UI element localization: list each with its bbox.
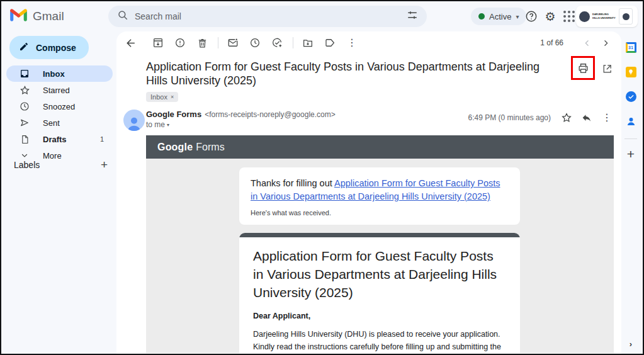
top-bar: Gmail Active ▾ xyxy=(1,1,643,31)
drafts-count-badge: 1 xyxy=(100,135,104,143)
sidebar-item-starred[interactable]: Starred xyxy=(6,82,113,98)
sender-email: <forms-receipts-noreply@google.com> xyxy=(205,110,336,119)
star-icon xyxy=(19,85,30,96)
help-button[interactable] xyxy=(524,9,539,24)
hide-side-panel-chevron[interactable]: › xyxy=(630,339,632,349)
thanks-prefix: Thanks for filling out xyxy=(251,178,334,188)
message-more-button[interactable]: ⋮ xyxy=(599,110,615,126)
inbox-label-chip[interactable]: Inbox × xyxy=(146,92,178,102)
chat-status-selector[interactable]: Active ▾ xyxy=(471,8,526,25)
label-button[interactable] xyxy=(322,35,338,51)
add-to-tasks-button[interactable] xyxy=(269,35,285,51)
google-forms-logo: Google xyxy=(157,142,193,153)
annotation-highlight-box xyxy=(571,56,595,80)
recipient-details-toggle[interactable]: to me ▾ xyxy=(146,120,468,129)
sidebar-item-label: Sent xyxy=(43,118,60,128)
sidebar-item-snoozed[interactable]: Snoozed xyxy=(6,98,113,115)
snooze-button[interactable] xyxy=(247,35,263,51)
search-icon[interactable] xyxy=(117,9,128,23)
settings-gear-icon[interactable]: ⚙ xyxy=(543,9,558,24)
active-status-dot xyxy=(478,13,485,20)
pagination-counter: 1 of 66 xyxy=(540,38,563,47)
sidebar-item-label: Drafts xyxy=(43,135,67,144)
chevron-down-icon: ▾ xyxy=(516,13,519,20)
move-to-button[interactable] xyxy=(300,35,316,51)
google-forms-header: Google Forms xyxy=(146,135,614,159)
older-email-chevron[interactable] xyxy=(599,36,613,50)
tasks-icon[interactable] xyxy=(621,87,640,106)
report-spam-button[interactable] xyxy=(172,35,188,51)
gmail-m-icon xyxy=(10,9,27,24)
subject-row: Application Form for Guest Faculty Posts… xyxy=(116,54,621,87)
mark-unread-button[interactable] xyxy=(225,35,241,51)
received-note: Here's what was received. xyxy=(251,209,509,217)
label-chip-row: Inbox × xyxy=(116,87,621,102)
compose-label: Compose xyxy=(36,43,76,53)
print-button[interactable] xyxy=(575,60,591,76)
form-title: Application Form for Guest Faculty Posts… xyxy=(253,247,506,302)
app-title: Gmail xyxy=(33,9,64,23)
email-subject: Application Form for Guest Faculty Posts… xyxy=(146,60,571,87)
search-input[interactable] xyxy=(135,11,400,21)
sidebar-item-label: Inbox xyxy=(43,69,65,79)
rail-divider xyxy=(624,138,637,139)
chevron-down-icon: ▾ xyxy=(167,122,169,128)
email-view-pane: ⋮ 1 of 66 Application Form for Guest Fac… xyxy=(116,31,621,354)
form-intro-paragraph: Darjeeling Hills University (DHU) is ple… xyxy=(253,329,506,353)
form-response-card: Application Form for Guest Faculty Posts… xyxy=(239,233,520,353)
account-switcher[interactable]: DARJEELING HILLS UNIVERSITY xyxy=(576,6,638,27)
email-body: Google Forms Thanks for filling out Appl… xyxy=(146,135,614,353)
gmail-logo[interactable]: Gmail xyxy=(10,1,64,31)
compose-button[interactable]: Compose xyxy=(9,36,89,59)
sidebar-item-label: Snoozed xyxy=(43,102,75,111)
star-message-button[interactable] xyxy=(558,110,575,126)
sidebar-item-sent[interactable]: Sent xyxy=(6,115,113,131)
sidebar-item-drafts[interactable]: Drafts 1 xyxy=(6,131,113,147)
sidebar-item-label: Starred xyxy=(43,86,70,95)
left-sidebar: Compose Inbox Starred xyxy=(1,31,116,354)
pencil-icon xyxy=(19,42,29,54)
search-options-icon[interactable] xyxy=(407,9,418,23)
draft-file-icon xyxy=(19,135,30,144)
labels-heading: Labels xyxy=(14,160,101,170)
inbox-icon xyxy=(19,69,30,79)
form-card-accent-bar xyxy=(239,233,520,237)
reply-button[interactable] xyxy=(579,110,595,126)
sender-avatar[interactable] xyxy=(123,110,145,131)
calendar-icon[interactable]: 31 xyxy=(621,38,640,57)
labels-section: Labels + xyxy=(1,156,116,174)
keep-icon[interactable] xyxy=(621,62,640,81)
folder-list: Inbox Starred Snoozed xyxy=(1,65,116,164)
thanks-card: Thanks for filling out Application Form … xyxy=(239,167,520,225)
send-icon xyxy=(19,118,30,128)
back-to-inbox-button[interactable] xyxy=(122,35,138,51)
email-toolbar: ⋮ 1 of 66 xyxy=(116,31,621,54)
google-apps-grid-icon[interactable] xyxy=(562,9,577,24)
sidebar-item-inbox[interactable]: Inbox xyxy=(6,65,113,82)
add-label-button[interactable]: + xyxy=(101,158,108,172)
newer-email-chevron[interactable] xyxy=(580,36,594,50)
side-panel-rail: 31 + › xyxy=(619,31,643,354)
profile-avatar[interactable] xyxy=(619,8,633,25)
more-options-button[interactable]: ⋮ xyxy=(344,35,360,51)
remove-label-icon[interactable]: × xyxy=(171,94,174,100)
delete-button[interactable] xyxy=(194,35,210,51)
sender-name: Google Forms xyxy=(146,110,201,119)
clock-icon xyxy=(19,101,30,111)
sender-row: Google Forms <forms-receipts-noreply@goo… xyxy=(116,110,621,129)
get-addons-button[interactable]: + xyxy=(627,147,635,162)
org-logo-icon xyxy=(579,11,590,22)
contacts-icon[interactable] xyxy=(621,111,640,130)
archive-button[interactable] xyxy=(150,35,166,51)
status-label: Active xyxy=(489,12,511,21)
email-timestamp: 6:49 PM (0 minutes ago) xyxy=(468,113,551,122)
email-content-area: Thanks for filling out Application Form … xyxy=(146,159,614,353)
gmail-window: Gmail Active ▾ xyxy=(0,0,644,355)
search-bar[interactable] xyxy=(108,6,427,27)
org-name: DARJEELING HILLS UNIVERSITY xyxy=(592,13,616,20)
form-greeting: Dear Applicant, xyxy=(253,312,506,320)
open-in-new-window-button[interactable] xyxy=(599,60,615,77)
